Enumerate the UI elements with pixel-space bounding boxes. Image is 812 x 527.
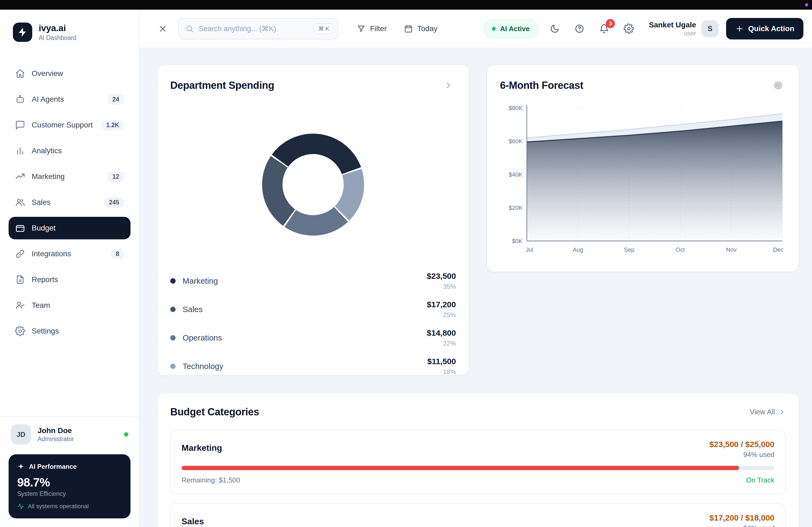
users-icon xyxy=(15,197,25,207)
chevron-right-icon xyxy=(778,408,786,416)
bar-chart-icon xyxy=(15,146,25,156)
calendar-icon xyxy=(404,24,413,33)
filter-button[interactable]: Filter xyxy=(350,18,393,39)
budget-item-amount: $17,200 / $18,000 xyxy=(709,513,774,523)
search-input[interactable] xyxy=(199,25,309,33)
budget-progress-track xyxy=(182,466,774,470)
view-all-link[interactable]: View All xyxy=(750,408,786,416)
budget-item-status: On Track xyxy=(746,476,774,484)
legend-amount: $11,500 xyxy=(427,357,456,366)
legend-percent: 18% xyxy=(443,368,456,375)
quick-action-button[interactable]: Quick Action xyxy=(726,18,803,40)
settings-button[interactable] xyxy=(619,18,639,39)
budget-categories-title: Budget Categories xyxy=(170,406,259,418)
department-spending-donut-chart xyxy=(262,134,364,236)
legend-label: Operations xyxy=(183,333,222,342)
top-bar: ⌘ K Filter Today AI Active xyxy=(140,10,812,48)
ai-performance-card: AI Performance 98.7% System Efficiency A… xyxy=(9,454,130,518)
budget-item-remaining: Remaining: $1,500 xyxy=(182,476,240,484)
today-button[interactable]: Today xyxy=(397,18,444,39)
sidebar-item-customer-support[interactable]: Customer Support1.2K xyxy=(9,114,130,136)
gear-icon xyxy=(624,24,634,34)
sidebar-item-label: Integrations xyxy=(32,250,71,258)
quick-action-label: Quick Action xyxy=(748,25,794,33)
filter-icon xyxy=(357,24,366,33)
legend-dot xyxy=(170,278,176,284)
legend-dot xyxy=(170,307,176,312)
sidebar-nav: OverviewAI Agents24Customer Support1.2KA… xyxy=(0,55,139,346)
sidebar-item-sales[interactable]: Sales245 xyxy=(9,191,130,214)
ai-active-badge: AI Active xyxy=(483,19,538,39)
brand: ivya.ai AI Dashboard xyxy=(0,10,139,55)
count-badge: 24 xyxy=(107,94,124,105)
sidebar-bottom: JD John Doe Administrator AI Performance… xyxy=(0,416,139,527)
budget-item-sales[interactable]: Sales$17,200 / $18,00096% used xyxy=(170,503,786,527)
dark-mode-toggle[interactable] xyxy=(545,18,565,39)
view-all-label: View All xyxy=(750,408,775,416)
department-spending-card: Department Spending Marketing$23,50035%S… xyxy=(157,64,469,376)
indicator-dot xyxy=(805,3,808,6)
brand-logo xyxy=(13,22,32,42)
legend-amount: $17,200 xyxy=(427,300,456,309)
svg-text:Oct: Oct xyxy=(676,246,685,253)
sidebar-item-label: Team xyxy=(32,301,50,310)
sidebar-item-settings[interactable]: Settings xyxy=(9,320,130,342)
legend-percent: 35% xyxy=(443,283,456,290)
cards-row: Department Spending Marketing$23,50035%S… xyxy=(157,64,799,376)
user-role: Administrator xyxy=(38,436,74,443)
brand-name: ivya.ai xyxy=(39,23,76,33)
sidebar-item-integrations[interactable]: Integrations8 xyxy=(9,243,130,265)
legend-label: Technology xyxy=(183,362,223,371)
close-icon xyxy=(158,24,168,33)
header-user-name: Sanket Ugale xyxy=(649,21,696,29)
svg-text:$60K: $60K xyxy=(509,138,523,145)
search-box[interactable]: ⌘ K xyxy=(178,18,338,40)
forecast-chart-svg: $80K$60K$40K$20K$0KJulAugSepOctNovDec xyxy=(500,100,787,257)
link-icon xyxy=(15,249,25,259)
sidebar: ivya.ai AI Dashboard OverviewAI Agents24… xyxy=(0,10,140,527)
count-badge: 1.2K xyxy=(101,120,124,131)
legend-item-marketing: Marketing$23,50035% xyxy=(170,267,456,295)
budget-item-used: 94% used xyxy=(709,451,774,459)
close-button[interactable] xyxy=(153,18,173,39)
sidebar-item-budget[interactable]: Budget xyxy=(9,217,130,239)
sidebar-item-label: AI Agents xyxy=(32,95,64,104)
target-icon-wrap xyxy=(771,78,786,93)
sidebar-item-reports[interactable]: Reports xyxy=(9,268,130,291)
svg-text:Nov: Nov xyxy=(726,246,737,253)
sidebar-item-analytics[interactable]: Analytics xyxy=(9,139,130,162)
sidebar-item-label: Settings xyxy=(32,327,59,335)
filter-button-label: Filter xyxy=(370,25,387,33)
count-badge: 245 xyxy=(104,197,124,208)
department-spending-expand-button[interactable] xyxy=(441,78,456,93)
help-button[interactable] xyxy=(569,18,590,39)
forecast-card: 6-Month Forecast $80K$60K$40K$20K$0KJulA… xyxy=(487,64,799,272)
header-user-menu[interactable]: Sanket Ugale user S xyxy=(649,20,719,37)
svg-text:$40K: $40K xyxy=(509,171,523,178)
notifications-button[interactable]: 3 xyxy=(594,18,614,39)
sidebar-item-marketing[interactable]: Marketing12 xyxy=(9,165,130,188)
ai-performance-value: 98.7% xyxy=(17,476,122,489)
chevron-right-icon xyxy=(444,80,453,90)
sidebar-user[interactable]: JD John Doe Administrator xyxy=(0,416,139,452)
legend-amount: $23,500 xyxy=(427,272,456,281)
sidebar-item-overview[interactable]: Overview xyxy=(9,62,130,85)
forecast-area-chart: $80K$60K$40K$20K$0KJulAugSepOctNovDec xyxy=(500,100,786,259)
svg-text:$80K: $80K xyxy=(509,105,523,111)
sidebar-item-ai-agents[interactable]: AI Agents24 xyxy=(9,88,130,110)
trending-up-icon xyxy=(15,171,25,182)
legend-percent: 25% xyxy=(443,311,456,318)
sidebar-item-team[interactable]: Team xyxy=(9,294,130,317)
sidebar-item-label: Budget xyxy=(32,224,56,232)
app-window: ivya.ai AI Dashboard OverviewAI Agents24… xyxy=(0,0,812,527)
today-button-label: Today xyxy=(417,25,437,33)
legend-dot xyxy=(170,364,176,369)
legend-item-sales: Sales$17,20025% xyxy=(170,295,456,323)
donut-wrap xyxy=(170,134,456,236)
wallet-icon xyxy=(15,223,25,233)
sidebar-item-label: Overview xyxy=(32,69,63,78)
budget-item-marketing[interactable]: Marketing$23,500 / $25,00094% usedRemain… xyxy=(170,430,786,495)
department-spending-title: Department Spending xyxy=(170,80,274,91)
header-user-role: user xyxy=(649,30,696,37)
help-icon xyxy=(574,24,584,34)
